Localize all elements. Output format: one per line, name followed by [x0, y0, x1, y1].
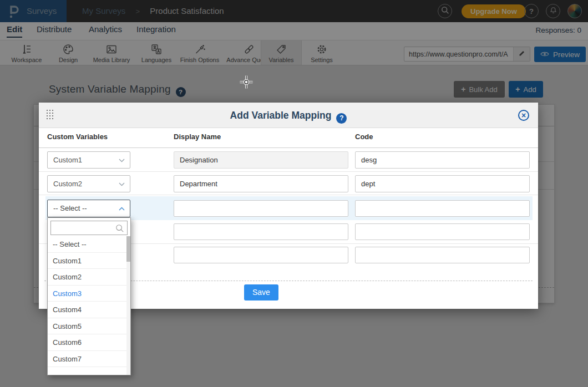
display-name-input-row4[interactable]	[174, 223, 348, 240]
modal-header: Add Variable Mapping? ×	[39, 103, 538, 128]
column-header-divider	[39, 147, 538, 148]
display-name-input-row2[interactable]	[174, 175, 348, 192]
column-header-custom-variables: Custom Variables	[47, 133, 108, 141]
dropdown-option-select[interactable]: -- Select --	[48, 236, 128, 253]
modal-title: Add Variable Mapping?	[39, 103, 538, 128]
column-header-code: Code	[355, 133, 373, 141]
display-name-input-row5[interactable]	[174, 247, 348, 263]
code-input-row4[interactable]	[355, 223, 530, 240]
modal-help-icon[interactable]: ?	[336, 113, 347, 124]
dropdown-option-partial[interactable]	[48, 367, 128, 375]
dropdown-scrollbar-thumb[interactable]	[126, 236, 130, 262]
code-input-row3[interactable]	[355, 200, 530, 217]
dropdown-option-custom4[interactable]: Custom4	[48, 302, 128, 318]
close-icon[interactable]: ×	[518, 110, 529, 121]
variable-select-row1[interactable]: Custom1	[47, 151, 130, 169]
dropdown-search-field	[50, 221, 128, 235]
display-name-input-row1[interactable]	[174, 151, 348, 169]
search-icon	[115, 224, 124, 235]
chevron-up-icon	[119, 207, 125, 211]
save-button[interactable]: Save	[244, 284, 278, 301]
chevron-down-icon	[119, 182, 125, 186]
dropdown-scrollbar-track[interactable]	[126, 236, 130, 375]
code-input-row1[interactable]	[355, 151, 530, 169]
dropdown-option-custom5[interactable]: Custom5	[48, 318, 128, 335]
variable-select-row3-open[interactable]: -- Select --	[47, 200, 130, 217]
row-divider	[39, 171, 538, 172]
dropdown-option-custom1[interactable]: Custom1	[48, 253, 128, 269]
row-divider	[39, 195, 538, 195]
dropdown-option-custom6[interactable]: Custom6	[48, 334, 128, 351]
dropdown-option-custom3[interactable]: Custom3	[48, 286, 128, 302]
dropdown-option-list: -- Select -- Custom1 Custom2 Custom3 Cus…	[48, 236, 128, 375]
questionpro-app: Surveys My Surveys > Product Satisfactio…	[0, 0, 588, 387]
variable-select-dropdown: -- Select -- Custom1 Custom2 Custom3 Cus…	[47, 217, 131, 375]
column-header-display-name: Display Name	[174, 133, 221, 141]
display-name-input-row3[interactable]	[174, 200, 348, 217]
variable-select-row2[interactable]: Custom2	[47, 175, 130, 192]
code-input-row5[interactable]	[355, 247, 530, 263]
chevron-down-icon	[119, 159, 125, 162]
dropdown-option-custom7[interactable]: Custom7	[48, 351, 128, 368]
dropdown-option-custom2[interactable]: Custom2	[48, 269, 128, 286]
code-input-row2[interactable]	[355, 175, 530, 192]
